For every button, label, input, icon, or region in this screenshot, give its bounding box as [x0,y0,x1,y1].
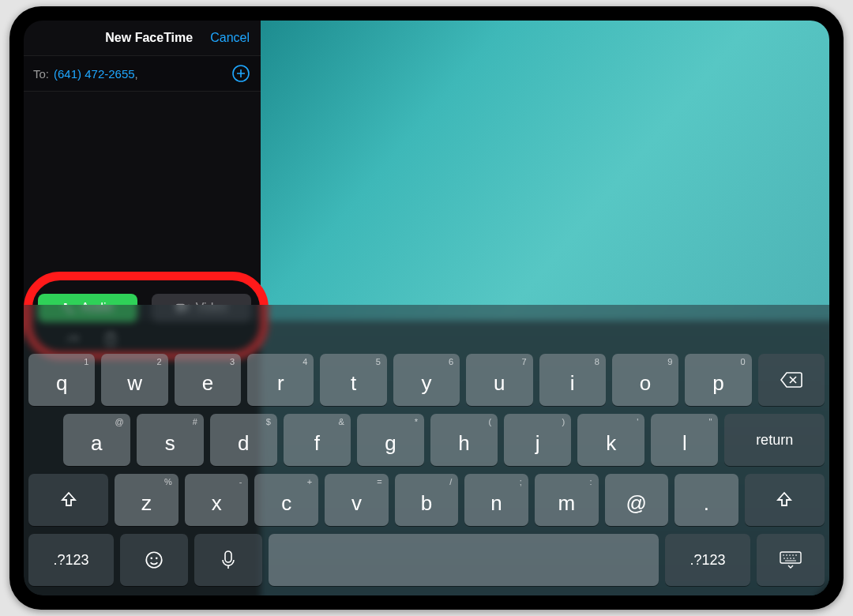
keyboard-row-4: .?123.?123 [28,534,825,586]
key-f[interactable]: &f [284,414,351,466]
keyboard-row-2: @a#s$d&f*g(h)j'k"lreturn [28,414,825,466]
to-label: To: [33,67,49,81]
keyboard-row-1: 1q2w3e4r5t6y7u8i9o0p [28,354,825,406]
shift-icon [59,490,78,509]
space-key[interactable] [269,534,659,586]
mode-key-right[interactable]: .?123 [665,534,750,586]
backspace-icon [780,371,803,389]
key-b[interactable]: /b [395,474,459,526]
onscreen-keyboard: 1q2w3e4r5t6y7u8i9o0p @a#s$d&f*g(h)j'k"lr… [24,349,829,595]
return-key[interactable]: return [724,414,825,466]
key-s[interactable]: #s [137,414,204,466]
key-i[interactable]: 8i [539,354,606,406]
cancel-button[interactable]: Cancel [210,31,250,45]
svg-rect-11 [225,551,231,562]
key-y[interactable]: 6y [393,354,460,406]
svg-rect-12 [780,552,801,563]
camera-feed [261,21,829,321]
new-call-panel: New FaceTime Cancel To: (641) 472-2655 , [24,21,261,321]
plus-circle-icon [231,64,250,83]
shift-key-right[interactable] [745,474,825,526]
key-z[interactable]: %z [115,474,178,526]
to-number-token[interactable]: (641) 472-2655 [54,67,135,81]
key-w[interactable]: 2w [101,354,167,406]
key-k[interactable]: 'k [577,414,644,466]
key-p[interactable]: 0p [685,354,751,406]
to-field-row[interactable]: To: (641) 472-2655 , [24,55,261,92]
panel-header: New FaceTime Cancel [24,21,261,55]
key-v[interactable]: =v [325,474,389,526]
shift-key-left[interactable] [28,474,108,526]
key-.[interactable]: . [675,474,738,526]
key-u[interactable]: 7u [466,354,532,406]
key-l[interactable]: "l [651,414,718,466]
svg-point-8 [146,552,162,568]
key-n[interactable]: ;n [464,474,528,526]
backspace-key[interactable] [758,354,825,406]
dictation-key[interactable] [194,534,262,586]
svg-point-9 [150,558,152,560]
shift-icon [775,490,794,509]
ipad-device-frame: New FaceTime Cancel To: (641) 472-2655 ,… [9,6,844,610]
key-o[interactable]: 9o [612,354,678,406]
key-a[interactable]: @a [63,414,130,466]
key-d[interactable]: $d [210,414,277,466]
screen: New FaceTime Cancel To: (641) 472-2655 ,… [24,21,829,595]
key-h[interactable]: (h [430,414,498,466]
hide-keyboard-key[interactable] [757,534,825,586]
hide-keyboard-icon [779,550,802,569]
key-r[interactable]: 4r [247,354,314,406]
key-g[interactable]: *g [357,414,424,466]
panel-title: New FaceTime [105,31,193,45]
mode-key[interactable]: .?123 [28,534,114,586]
to-comma: , [135,67,138,81]
keyboard-row-3: %z-x+c=v/b;n:m@. [28,474,825,526]
key-t[interactable]: 5t [320,354,386,406]
key-q[interactable]: 1q [28,354,95,406]
key-x[interactable]: -x [185,474,249,526]
microphone-icon [220,550,236,570]
key-e[interactable]: 3e [175,354,241,406]
emoji-key[interactable] [120,534,188,586]
add-contact-button[interactable] [231,63,251,84]
svg-point-10 [156,558,158,560]
key-@[interactable]: @ [605,474,669,526]
key-m[interactable]: :m [535,474,599,526]
key-c[interactable]: +c [254,474,318,526]
emoji-icon [144,550,164,570]
key-j[interactable]: )j [504,414,571,466]
